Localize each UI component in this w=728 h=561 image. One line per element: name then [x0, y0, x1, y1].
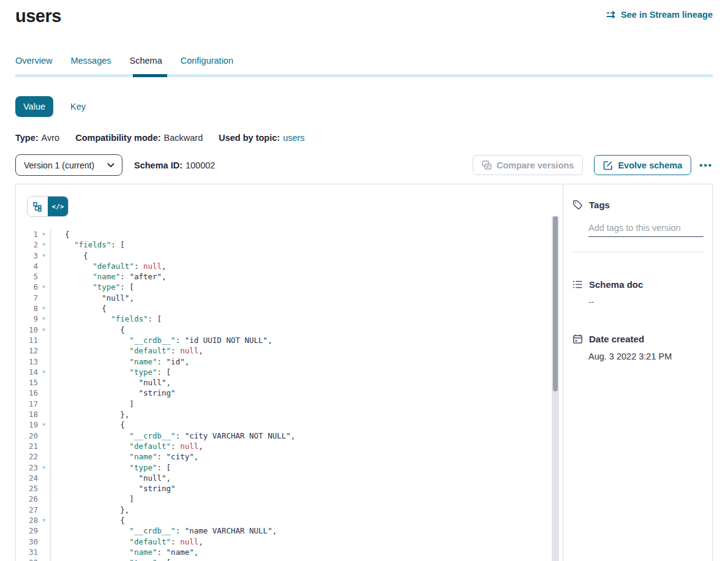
code-line: 19▼ { [16, 420, 563, 430]
tab-messages[interactable]: Messages [70, 56, 111, 74]
code-line: 30 "default": null, [16, 537, 563, 547]
code-text: "name": "after", [50, 271, 167, 282]
code-text: "null", [50, 377, 171, 388]
line-number: 32 [16, 557, 38, 561]
schema-page: users See in Stream lineage Overview Mes… [0, 0, 728, 561]
fold-arrow-icon[interactable]: ▼ [38, 462, 50, 473]
tree-view-icon [32, 201, 43, 212]
code-text: "fields": [ [50, 239, 125, 250]
code-text: "default": null, [50, 261, 167, 271]
date-created-section: Date created Aug. 3 2022 3:21 PM [572, 334, 704, 361]
code-text: }, [50, 505, 129, 515]
topic-link[interactable]: users [283, 133, 304, 143]
fold-spacer [38, 473, 50, 483]
tag-icon [572, 200, 583, 210]
tab-overview[interactable]: Overview [15, 56, 52, 74]
line-number: 16 [16, 388, 38, 398]
fold-spacer [38, 345, 50, 356]
code-text: "type": [ [50, 367, 171, 377]
code-line: 14▼ "type": [ [16, 367, 563, 377]
value-segment-button[interactable]: Value [15, 96, 53, 117]
used-by-topic-field: Used by topic:users [219, 133, 304, 143]
fold-spacer [38, 431, 50, 441]
tags-heading: Tags [572, 200, 704, 210]
fold-spacer [38, 494, 50, 504]
line-number: 11 [16, 335, 38, 345]
line-number: 31 [16, 547, 38, 557]
line-number: 25 [16, 483, 38, 494]
code-line: 2▼ "fields": [ [16, 239, 563, 250]
fold-spacer [38, 271, 50, 282]
code-text: "default": null, [50, 537, 203, 547]
code-lines: 1▼{2▼ "fields": [3▼ {4 "default": null,5… [16, 229, 563, 561]
tree-view-button[interactable] [28, 197, 48, 216]
code-editor[interactable]: 1▼{2▼ "fields": [3▼ {4 "default": null,5… [16, 229, 563, 561]
code-line: 18 }, [16, 409, 563, 420]
code-line: 12 "default": null, [16, 345, 563, 356]
line-number: 15 [16, 377, 38, 388]
fold-arrow-icon[interactable]: ▼ [38, 314, 50, 324]
code-text: { [50, 303, 107, 314]
line-number: 7 [16, 293, 38, 303]
add-tags-input[interactable] [588, 223, 704, 237]
tab-underline [15, 74, 713, 77]
see-in-stream-lineage-link[interactable]: See in Stream lineage [606, 10, 713, 20]
fold-arrow-icon[interactable]: ▼ [38, 515, 50, 525]
schema-editor-pane: </> 1▼{2▼ "fields": [3▼ {4 "default": nu… [16, 184, 563, 561]
fold-spacer [38, 505, 50, 515]
tab-configuration[interactable]: Configuration [181, 56, 233, 74]
fold-spacer [38, 399, 50, 409]
line-number: 3 [16, 250, 38, 261]
code-text: { [50, 229, 70, 239]
code-line: 8▼ { [16, 303, 563, 314]
version-select[interactable]: Version 1 (current) [15, 154, 122, 176]
line-number: 18 [16, 409, 38, 420]
fold-arrow-icon[interactable]: ▼ [38, 239, 50, 250]
code-text: "name": "id", [50, 356, 189, 367]
line-number: 5 [16, 271, 38, 282]
code-text: "null", [50, 473, 171, 483]
line-number: 29 [16, 525, 38, 536]
line-number: 22 [16, 451, 38, 462]
code-text: "string" [50, 388, 176, 398]
fold-arrow-icon[interactable]: ▼ [38, 250, 50, 261]
evolve-schema-button[interactable]: Evolve schema [594, 155, 691, 175]
code-text: "fields": [ [50, 314, 162, 324]
fold-arrow-icon[interactable]: ▼ [38, 229, 50, 239]
compare-versions-button[interactable]: Compare versions [473, 155, 584, 175]
fold-spacer [38, 293, 50, 303]
type-field: Type:Avro [15, 133, 59, 143]
compare-versions-icon [482, 160, 492, 170]
fold-arrow-icon[interactable]: ▼ [38, 557, 50, 561]
code-text: { [50, 420, 125, 430]
date-created-value: Aug. 3 2022 3:21 PM [588, 352, 704, 361]
line-number: 6 [16, 282, 38, 292]
editor-scrollbar-track[interactable] [552, 216, 559, 561]
code-line: 3▼ { [16, 250, 563, 261]
line-number: 17 [16, 399, 38, 409]
compatibility-field: Compatibility mode:Backward [75, 133, 203, 143]
fold-arrow-icon[interactable]: ▼ [38, 325, 50, 335]
key-segment-button[interactable]: Key [70, 102, 86, 111]
line-number: 14 [16, 367, 38, 377]
code-view-button[interactable]: </> [48, 197, 68, 216]
code-text: "string" [50, 483, 176, 494]
code-text: ] [50, 494, 134, 504]
editor-scrollbar-thumb[interactable] [553, 216, 558, 391]
fold-arrow-icon[interactable]: ▼ [38, 303, 50, 314]
value-key-toggle: Value Key [15, 96, 713, 117]
code-line: 16 "string" [16, 388, 563, 398]
code-line: 10▼ { [16, 325, 563, 335]
fold-arrow-icon[interactable]: ▼ [38, 367, 50, 377]
code-line: 6▼ "type": [ [16, 282, 563, 292]
fold-arrow-icon[interactable]: ▼ [38, 282, 50, 292]
fold-arrow-icon[interactable]: ▼ [38, 420, 50, 430]
line-number: 4 [16, 261, 38, 271]
code-line: 32▼ "type": [ [16, 557, 563, 561]
code-text: { [50, 250, 88, 261]
more-options-button[interactable]: ••• [699, 160, 713, 170]
fold-spacer [38, 356, 50, 367]
line-number: 8 [16, 303, 38, 314]
tab-schema[interactable]: Schema [130, 56, 162, 74]
code-text: "default": null, [50, 345, 203, 356]
